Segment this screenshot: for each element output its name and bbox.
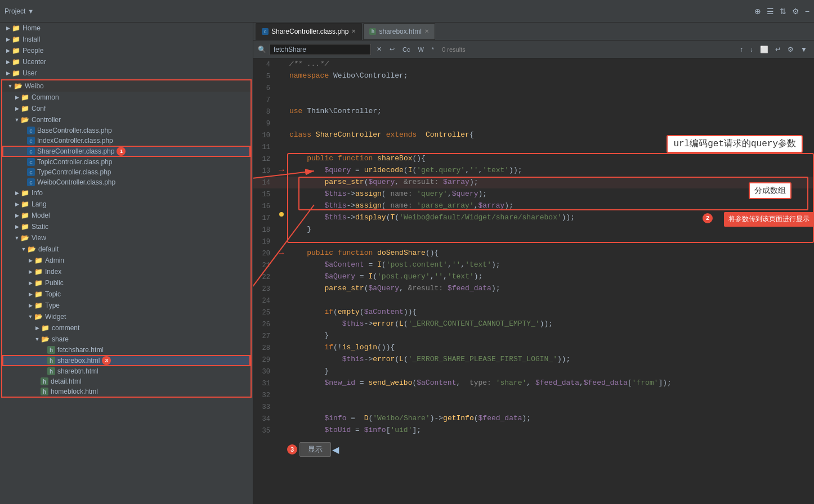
sidebar-item-fetchshare[interactable]: ▶ h fetchshare.html [2, 345, 251, 355]
tab-close-sharebox[interactable]: ✕ [424, 28, 429, 34]
sidebar-item-conf[interactable]: ▶ 📁 Conf [2, 103, 251, 114]
sidebar-item-basecontroller[interactable]: ▶ c BaseController.class.php [2, 125, 251, 136]
list-icon[interactable]: ☰ [767, 7, 774, 16]
sidebar: ▶ 📁 Home ▶ 📁 Install ▶ 📁 People ▶ 📁 Ucen… [0, 22, 253, 504]
sidebar-item-default[interactable]: ▼ 📂 default [2, 244, 251, 255]
line-num-19: 19 [253, 236, 276, 248]
code-line-14: 14 parse_str($query, &result: $array); [253, 177, 814, 188]
search-cc-button[interactable]: Cc [400, 45, 412, 54]
line-content-26: $this->error(L('_ERROR_CONTENT_CANNOT_EM… [287, 318, 814, 330]
arrow-lang: ▶ [14, 201, 20, 208]
gutter-17 [276, 212, 287, 217]
sidebar-item-comment[interactable]: ▶ 📁 comment [2, 322, 251, 334]
search-down-button[interactable]: ↓ [748, 44, 755, 55]
code-line-27: 27 } [253, 330, 814, 342]
code-line-12: 12 public function shareBox(){ [253, 153, 814, 165]
sidebar-item-detail[interactable]: ▶ h detail.html [2, 376, 251, 386]
search-glass-icon: 🔍 [258, 46, 266, 53]
sidebar-item-info[interactable]: ▶ 📁 Info [2, 187, 251, 199]
search-wrap-button[interactable]: ↵ [773, 44, 783, 55]
sidebar-item-ucenter[interactable]: ▶ 📁 Ucenter [0, 56, 253, 68]
code-line-30: 30 } [253, 366, 814, 377]
sidebar-item-home[interactable]: ▶ 📁 Home [0, 22, 253, 34]
tab-close-sharecontroller[interactable]: ✕ [351, 28, 356, 34]
sort-icon[interactable]: ⇅ [780, 7, 786, 16]
code-line-28: 28 if(!is_login()){ [253, 342, 814, 354]
folder-controller-icon: 📂 [20, 115, 29, 124]
sharecontroller-label: ShareController.class.php [37, 147, 114, 155]
line-content-10: class ShareController extends Controller… [287, 129, 814, 141]
sidebar-item-homeblock[interactable]: ▶ h homeblock.html [2, 386, 251, 397]
search-options-button[interactable]: ⚙ [785, 44, 796, 55]
topiccontroller-label: TopicController.class.php [37, 158, 112, 166]
search-input[interactable] [270, 44, 371, 55]
sidebar-item-index[interactable]: ▶ 📁 Index [2, 266, 251, 277]
search-star-button[interactable]: * [430, 45, 436, 54]
typecontroller-label: TypeController.class.php [37, 168, 111, 176]
code-line-10: 10 class ShareController extends Control… [253, 129, 814, 141]
sidebar-item-user[interactable]: ▶ 📁 User [0, 68, 253, 79]
sidebar-item-admin[interactable]: ▶ 📁 Admin [2, 255, 251, 266]
sidebar-item-topiccontroller[interactable]: ▶ c TopicController.class.php [2, 157, 251, 167]
sidebar-item-widget[interactable]: ▼ 📂 Widget [2, 311, 251, 322]
code-line-33: 33 [253, 401, 814, 413]
minus-icon[interactable]: − [805, 7, 809, 16]
sidebar-item-type[interactable]: ▶ 📁 Type [2, 300, 251, 311]
code-line-32: 32 [253, 389, 814, 401]
weibocontroller-label: WeiboController.class.php [37, 178, 115, 186]
sidebar-item-weibo[interactable]: ▼ 📂 Weibo [2, 80, 251, 92]
search-filter-button[interactable]: ▼ [798, 44, 809, 55]
sidebar-item-sharecontroller[interactable]: ▶ c ShareController.class.php 1 [2, 146, 251, 157]
sidebar-item-indexcontroller[interactable]: ▶ c IndexController.class.php [2, 136, 251, 146]
arrow-ucenter: ▶ [5, 58, 11, 65]
sidebar-item-weibocontroller[interactable]: ▶ c WeiboController.class.php [2, 177, 251, 187]
sharecontroller-badge: 1 [117, 147, 126, 156]
target-icon[interactable]: ⊕ [754, 7, 761, 16]
sidebar-item-typecontroller[interactable]: ▶ c TypeController.class.php [2, 167, 251, 177]
folder-share-icon: 📂 [41, 335, 50, 344]
line-content-14: parse_str($query, &result: $array); [287, 177, 814, 188]
search-back-button[interactable]: ↩ [387, 44, 397, 54]
search-clear-button[interactable]: ✕ [374, 44, 384, 54]
arrow-admin: ▶ [27, 257, 34, 264]
search-results-count: 0 results [442, 46, 466, 53]
tab-sharebox[interactable]: h sharebox.html ✕ [363, 23, 435, 40]
sidebar-item-controller[interactable]: ▼ 📂 Controller [2, 114, 251, 125]
file-h-fetchshare-icon: h [47, 346, 55, 354]
line-content-13: $query = urldecode(I('get.query','','tex… [287, 165, 814, 176]
file-h-detail-icon: h [41, 377, 48, 385]
line-num-14: 14 [253, 177, 276, 188]
sidebar-item-install[interactable]: ▶ 📁 Install [0, 34, 253, 45]
sidebar-item-lang[interactable]: ▶ 📁 Lang [2, 199, 251, 210]
display-button[interactable]: 显示 [299, 442, 331, 457]
editor-wrapper: 4 /** ...*/ 5 namespace Weibo\Controller… [253, 58, 814, 504]
sidebar-item-static[interactable]: ▶ 📁 Static [2, 221, 251, 232]
sidebar-item-topic[interactable]: ▶ 📁 Topic [2, 289, 251, 300]
arrow-comment: ▶ [34, 325, 41, 331]
display-button-area: 3 显示 ◀ [287, 442, 339, 457]
code-line-17: 17 $this->display(T('Weibo@default/Widge… [253, 212, 814, 224]
settings-icon[interactable]: ⚙ [792, 7, 799, 16]
sidebar-item-sharebtn[interactable]: ▶ h sharebtn.html [2, 366, 251, 376]
line-content-4: /** ...*/ [287, 58, 814, 70]
arrow-public: ▶ [27, 280, 34, 286]
sidebar-item-model[interactable]: ▶ 📁 Model [2, 210, 251, 221]
install-label: Install [23, 35, 40, 43]
search-up-button[interactable]: ↑ [737, 44, 745, 55]
line-num-32: 32 [253, 389, 276, 401]
detail-label: detail.html [51, 377, 82, 385]
sidebar-item-public[interactable]: ▶ 📁 Public [2, 277, 251, 289]
code-editor[interactable]: 4 /** ...*/ 5 namespace Weibo\Controller… [253, 58, 814, 504]
project-dropdown[interactable]: ▼ [28, 8, 34, 15]
sidebar-item-people[interactable]: ▶ 📁 People [0, 45, 253, 56]
sidebar-item-common[interactable]: ▶ 📁 Common [2, 92, 251, 103]
code-line-23: 23 parse_str($aQuery, &result: $feed_dat… [253, 283, 814, 295]
sidebar-item-sharebox[interactable]: ▶ h sharebox.html 3 [2, 355, 251, 366]
arrow-home: ▶ [5, 25, 11, 32]
search-w-button[interactable]: W [415, 45, 426, 54]
search-expand-button[interactable]: ⬜ [758, 44, 771, 55]
tab-sharecontroller[interactable]: c ShareController.class.php ✕ [256, 23, 362, 40]
sidebar-item-view[interactable]: ▼ 📂 View [2, 232, 251, 244]
sidebar-item-share[interactable]: ▼ 📂 share [2, 334, 251, 345]
line-num-17: 17 [253, 212, 276, 224]
